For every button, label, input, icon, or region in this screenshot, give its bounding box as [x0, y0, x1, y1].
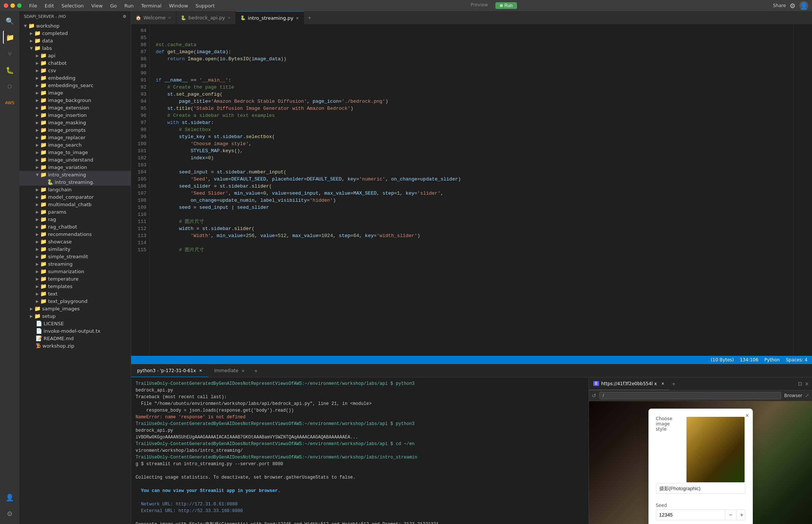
tree-image-insertion[interactable]: ▶ 📁 image_insertion: [19, 111, 131, 119]
browser-pop-out-icon[interactable]: ⊡: [798, 381, 803, 387]
tree-langchain[interactable]: ▶ 📁 langchain: [19, 186, 131, 193]
tree-sample-images[interactable]: ▶ 📁 sample_images: [19, 305, 131, 312]
tree-similarity[interactable]: ▶ 📁 similarity: [19, 245, 131, 253]
tree-simple-streamlit[interactable]: ▶ 📁 simple_streamlit: [19, 253, 131, 260]
tree-completed[interactable]: ▶ 📁 completed: [19, 29, 131, 37]
tab-add-button[interactable]: +: [304, 11, 315, 24]
tree-image-replacer[interactable]: ▶ 📁 image_replacer: [19, 134, 131, 141]
settings-icon[interactable]: ⚙: [790, 2, 796, 10]
close-window-icon[interactable]: [4, 3, 8, 8]
tab-intro-streaming[interactable]: 🐍 intro_streaming.py ×: [236, 11, 304, 24]
panel-add-tab-button[interactable]: +: [251, 368, 261, 374]
browser-expand-button[interactable]: ⤢: [805, 393, 809, 398]
tab-bedrock-api[interactable]: 🐍 bedrock_api.py ×: [176, 11, 236, 24]
tree-workshop[interactable]: ▼ 📁 workshop: [19, 22, 131, 29]
tree-image-variation[interactable]: ▶ 📁 image_variation: [19, 163, 131, 171]
code-content[interactable]: #st.cache_data def get_image(image_data)…: [150, 24, 793, 356]
browser-back-button[interactable]: ↺: [592, 393, 596, 399]
tree-image-understand[interactable]: ▶ 📁 image_understand: [19, 156, 131, 163]
tree-image-masking[interactable]: ▶ 📁 image_masking: [19, 119, 131, 126]
activity-aws-icon[interactable]: AWS: [3, 96, 16, 109]
tree-csv[interactable]: ▶ 📁 csv: [19, 67, 131, 74]
sidebar-gear-icon[interactable]: ⚙: [123, 14, 126, 19]
terminal[interactable]: TrailUseOnly-ContentGeneratedByGenAIDoes…: [131, 377, 589, 524]
tree-workshop-zip[interactable]: 🗜 workshop.zip: [19, 342, 131, 349]
tree-embeddings-search[interactable]: ▶ 📁 embeddings_searc: [19, 82, 131, 89]
tree-api[interactable]: ▶ 📁 api: [19, 52, 131, 59]
tree-intro-streaming[interactable]: ▼ 📁 intro_streaming: [19, 171, 131, 178]
menu-file[interactable]: File: [29, 3, 37, 9]
menu-view[interactable]: View: [91, 3, 103, 9]
tree-data[interactable]: ▶ 📁 data: [19, 37, 131, 44]
menu-edit[interactable]: Edit: [45, 3, 54, 9]
menu-run[interactable]: Run: [124, 3, 134, 9]
activity-git-icon[interactable]: ⑂: [3, 47, 16, 60]
tree-showcase[interactable]: ▶ 📁 showcase: [19, 238, 131, 245]
tree-recommendations[interactable]: ▶ 📁 recommendations: [19, 230, 131, 238]
seed-plus-button[interactable]: +: [736, 510, 745, 520]
share-label[interactable]: Share: [773, 3, 786, 8]
tree-image-extension[interactable]: ▶ 📁 image_extension: [19, 104, 131, 111]
seed-minus-button[interactable]: −: [725, 510, 736, 520]
preview-label[interactable]: Preview: [470, 2, 488, 9]
tree-image-to-image[interactable]: ▶ 📁 image_to_image: [19, 148, 131, 156]
tree-image[interactable]: ▶ 📁 image: [19, 89, 131, 96]
tree-chatbot[interactable]: ▶ 📁 chatbot: [19, 59, 131, 67]
seed-input[interactable]: [656, 510, 725, 520]
minimize-window-icon[interactable]: [10, 3, 15, 8]
tree-setup[interactable]: ▶ 📁 setup: [19, 312, 131, 320]
tree-labs[interactable]: ▼ 📁 labs: [19, 44, 131, 52]
code-editor[interactable]: 8485868788 8990919293 9495969798 9910010…: [131, 24, 793, 356]
tab-bedrock-api-close[interactable]: ×: [227, 15, 231, 20]
run-button[interactable]: Run: [495, 2, 517, 9]
panel-tab-immediate[interactable]: Immediate ×: [208, 364, 251, 377]
maximize-window-icon[interactable]: [17, 3, 22, 8]
tree-readme[interactable]: 📝 README.md: [19, 335, 131, 342]
browser-tab-close[interactable]: ×: [661, 381, 664, 386]
tree-license[interactable]: 📄 LICENSE: [19, 320, 131, 327]
tree-image-background[interactable]: ▶ 📁 image_backgroun: [19, 96, 131, 104]
menu-support[interactable]: Support: [196, 3, 215, 9]
style-select[interactable]: 摄影(Photographic): [656, 483, 745, 494]
activity-search-icon[interactable]: 🔍: [3, 14, 16, 28]
panel-tab-terminal[interactable]: python3 - 'p-172-31-0-61x ×: [131, 364, 208, 377]
tab-welcome-icon: 🏠: [136, 15, 141, 20]
tree-params[interactable]: ▶ 📁 params: [19, 208, 131, 215]
tree-rag-chatbot[interactable]: ▶ 📁 rag_chatbot: [19, 223, 131, 230]
tree-embedding[interactable]: ▶ 📁 embedding: [19, 74, 131, 82]
tab-welcome-close[interactable]: ×: [168, 15, 171, 20]
tree-text-playground[interactable]: ▶ 📁 text_playground: [19, 297, 131, 305]
tree-image-prompts[interactable]: ▶ 📁 image_prompts: [19, 126, 131, 134]
tree-streaming[interactable]: ▶ 📁 streaming: [19, 260, 131, 268]
tree-intro-streaming-py[interactable]: 🐍 intro_streaming.: [19, 178, 131, 186]
activity-extensions-icon[interactable]: ⬡: [3, 80, 16, 93]
tab-welcome[interactable]: 🏠 Welcome ×: [131, 11, 176, 24]
panel-tab-immediate-close[interactable]: ×: [241, 368, 245, 373]
tree-temperature[interactable]: ▶ 📁 temperature: [19, 275, 131, 282]
tree-summarization[interactable]: ▶ 📁 summarization: [19, 268, 131, 275]
tree-multimodal-chatb[interactable]: ▶ 📁 multimodal_chatb: [19, 201, 131, 208]
browser-close-icon[interactable]: ×: [805, 381, 809, 387]
activity-explorer-icon[interactable]: 📁: [3, 31, 16, 44]
browser-tab-add-button[interactable]: +: [669, 381, 679, 387]
browser-url-input[interactable]: [599, 392, 781, 399]
avatar[interactable]: 👤: [799, 1, 808, 10]
activity-account-icon[interactable]: 👤: [3, 491, 16, 504]
panel-tab-terminal-close[interactable]: ×: [199, 368, 202, 373]
tree-rag[interactable]: ▶ 📁 rag: [19, 215, 131, 223]
tree-invoke-output[interactable]: 📄 invoke-model-output.tx: [19, 327, 131, 335]
menu-go[interactable]: Go: [110, 3, 117, 9]
modal-close-button[interactable]: ×: [745, 412, 749, 419]
tab-intro-streaming-close[interactable]: ×: [296, 16, 299, 20]
tree-image-search[interactable]: ▶ 📁 image_search: [19, 141, 131, 148]
tree-model-comparator[interactable]: ▶ 📁 model_comparator: [19, 193, 131, 201]
tree-templates[interactable]: ▶ 📁 templates: [19, 282, 131, 290]
menu-selection[interactable]: Selection: [61, 3, 84, 9]
sidebar-content[interactable]: ▼ 📁 workshop ▶ 📁 completed ▶ 📁 data ▼ 📁 …: [19, 22, 131, 524]
activity-settings-icon[interactable]: ⚙: [3, 507, 16, 520]
menu-terminal[interactable]: Terminal: [141, 3, 162, 9]
activity-debug-icon[interactable]: 🐛: [3, 63, 16, 77]
menu-window[interactable]: Window: [169, 3, 188, 9]
browser-tab-main[interactable]: B https://41f3f2e0bb554l x ×: [589, 377, 669, 390]
tree-text[interactable]: ▶ 📁 text: [19, 290, 131, 297]
